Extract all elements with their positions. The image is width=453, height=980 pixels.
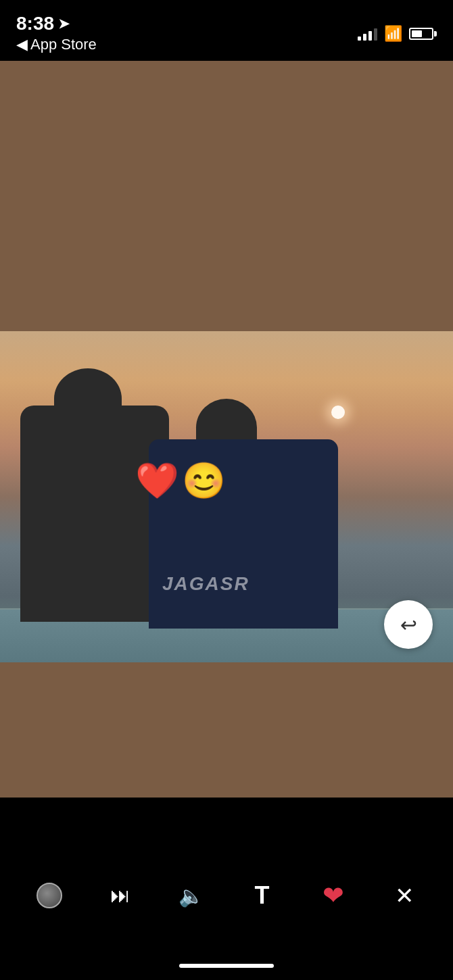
share-button[interactable]: ↪ [384,600,433,649]
like-button[interactable]: ❤ [310,872,357,919]
status-bar: 8:38 ➤ ◀ App Store 📶 [0,0,453,61]
signal-bar-4 [374,28,377,41]
bottom-brown-area [0,662,453,798]
battery-icon [409,28,437,40]
draw-button[interactable] [26,872,73,919]
wifi-icon: 📶 [384,25,402,43]
signal-bars-icon [358,27,377,41]
time-display: 8:38 [16,14,54,33]
battery-tip [434,31,437,36]
battery-fill [412,30,422,37]
battery-body [409,28,433,40]
content-area: JAGASR ❤️ 😊 ↪ ⏭ 🔈 T [0,61,453,980]
person-left-silhouette [20,406,169,622]
status-left: 8:38 ➤ ◀ App Store [16,14,97,53]
status-time: 8:38 ➤ [16,14,97,33]
close-icon: ✕ [395,882,414,909]
top-brown-area [0,61,453,331]
close-button[interactable]: ✕ [381,872,428,919]
sun-element [331,406,345,419]
skip-button[interactable]: ⏭ [97,872,144,919]
photo-container: JAGASR ❤️ 😊 ↪ [0,331,453,662]
location-icon: ➤ [58,17,70,30]
sunset-background: JAGASR ❤️ 😊 ↪ [0,331,453,662]
heart-icon: ❤ [323,881,344,910]
status-right: 📶 [358,25,437,43]
back-label: App Store [30,36,97,53]
skip-icon: ⏭ [110,884,130,907]
hoodie-text: JAGASR [162,573,249,595]
share-icon: ↪ [400,613,417,637]
text-button[interactable]: T [239,872,286,919]
signal-bar-3 [368,31,372,41]
back-nav[interactable]: ◀ App Store [16,36,97,53]
toolbar: ⏭ 🔈 T ❤ ✕ [0,865,453,926]
draw-icon [37,883,62,908]
person-left-body [20,406,169,622]
volume-button[interactable]: 🔈 [168,872,215,919]
heart-emoji: ❤️ [135,463,179,498]
signal-bar-2 [363,34,366,41]
volume-icon: 🔈 [178,884,204,908]
text-icon: T [255,881,270,910]
back-chevron-icon: ◀ [16,36,28,53]
emojis-overlay: ❤️ 😊 [135,463,226,498]
home-indicator [179,964,274,968]
signal-bar-1 [358,36,361,41]
smile-emoji: 😊 [182,463,226,498]
